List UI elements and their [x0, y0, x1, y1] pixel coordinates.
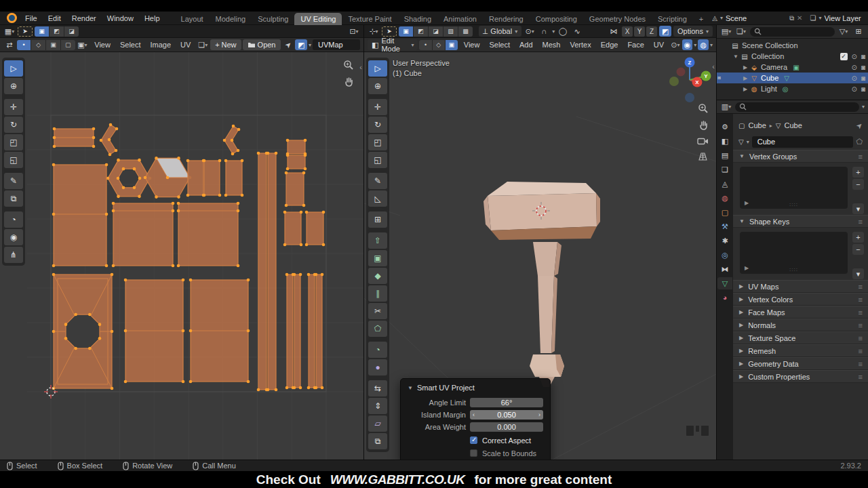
close-icon[interactable]: ✕: [797, 14, 802, 22]
pan-hand-icon[interactable]: [698, 120, 709, 131]
properties-tab-material[interactable]: ◕: [717, 291, 732, 304]
uv-island[interactable]: [305, 211, 326, 247]
gizmo-axis-neg-y[interactable]: [669, 77, 679, 86]
uv-island[interactable]: [52, 163, 108, 268]
move-tool[interactable]: ✛: [4, 99, 23, 115]
chevron-down-icon[interactable]: ▾: [747, 139, 749, 145]
expand-arrow-icon[interactable]: ▶: [741, 86, 749, 92]
panel-header-face-maps[interactable]: ▶Face Maps≡: [733, 306, 868, 319]
uv-island[interactable]: [144, 157, 192, 199]
select-mode-3[interactable]: ▨: [443, 26, 458, 37]
uv-select-mode-3[interactable]: ▢: [61, 40, 75, 50]
falloff-icon[interactable]: ∿: [571, 26, 583, 37]
uv-sticky-mode-icon[interactable]: ▣▾: [77, 39, 89, 50]
uv-map-field[interactable]: UVMap: [313, 39, 360, 50]
tab-modeling[interactable]: Modeling: [210, 13, 252, 25]
active-tool-icon[interactable]: ➤: [382, 26, 397, 37]
uv-sync-select-icon[interactable]: ⇄: [3, 39, 16, 50]
hammer-model[interactable]: [484, 182, 600, 387]
hide-eye-icon[interactable]: ⊙: [852, 75, 857, 82]
hide-eye-icon[interactable]: ⊙: [852, 85, 857, 93]
hide-eye-icon[interactable]: ⊙: [852, 53, 857, 60]
pin-icon[interactable]: ➤: [279, 37, 296, 53]
viewport-canvas[interactable]: ZXY User Perspective (1) Cube ▷⊕✛↻◰◱✎◺⊞⇧…: [364, 52, 716, 460]
menu-file[interactable]: File: [20, 14, 43, 22]
expand-arrow-icon[interactable]: ▶: [741, 75, 749, 81]
collapse-triangle-icon[interactable]: ▼: [408, 385, 413, 391]
mirror-y-toggle[interactable]: Y: [634, 26, 645, 37]
snap-magnet-icon[interactable]: ∩: [538, 26, 550, 37]
viewport-menu-face[interactable]: Face: [623, 41, 648, 49]
knife-tool[interactable]: ✂: [368, 303, 387, 319]
transform-tool[interactable]: ◱: [368, 152, 387, 168]
increment-arrow-icon[interactable]: ›: [538, 410, 540, 420]
properties-tab-view-layer[interactable]: ❏: [717, 163, 732, 176]
uv-select-mode-0[interactable]: •: [17, 40, 31, 50]
decrement-arrow-icon[interactable]: ‹: [473, 410, 475, 420]
snapping-dropdown-icon[interactable]: ▾: [552, 28, 555, 35]
viewport-menu-uv[interactable]: UV: [649, 41, 669, 49]
scale-tool[interactable]: ◰: [4, 134, 23, 150]
chevron-down-icon[interactable]: ▾: [862, 104, 865, 110]
shear-tool[interactable]: ▱: [368, 415, 387, 432]
mode-dropdown[interactable]: ◧ Edit Mode ▾: [368, 39, 418, 50]
tab-rendering[interactable]: Rendering: [483, 13, 530, 25]
uv-island[interactable]: [307, 273, 317, 390]
panel-grip-icon[interactable]: ≡: [859, 321, 862, 329]
move-tool[interactable]: ✛: [368, 99, 387, 115]
angle-limit-field[interactable]: 66°: [470, 398, 543, 407]
tweak-tool[interactable]: ▷: [368, 60, 387, 77]
uv-canvas[interactable]: ▷⊕✛↻◰◱✎⧉◔◉⋔ ‹: [0, 52, 363, 460]
extrude-region-tool[interactable]: ⇧: [368, 232, 387, 249]
correct-aspect-checkbox[interactable]: [470, 436, 477, 444]
camera-view-icon[interactable]: [697, 137, 709, 146]
pin-icon[interactable]: ➤: [854, 120, 865, 131]
exclude-checkbox[interactable]: ✓: [840, 53, 848, 60]
add-item-button[interactable]: +: [852, 232, 864, 243]
sidebar-collapse-icon[interactable]: ‹: [712, 62, 715, 70]
properties-tab-world[interactable]: ◍: [717, 192, 732, 204]
datablock-name-field[interactable]: Cube: [752, 136, 854, 148]
uv-island[interactable]: [224, 159, 244, 197]
relax-tool[interactable]: ◉: [4, 229, 23, 245]
view-layer-selector[interactable]: ❏▾ View Layer ⧉ ✕: [808, 14, 868, 22]
specials-menu-button[interactable]: ▾: [852, 268, 864, 279]
outliner-type-icon[interactable]: ▤▾: [720, 26, 732, 37]
uv-island[interactable]: [223, 125, 241, 156]
new-collection-icon[interactable]: ⊞: [852, 26, 865, 37]
measure-tool[interactable]: ◺: [368, 190, 387, 207]
options-dropdown[interactable]: Options ▾: [673, 26, 713, 37]
uv-island[interactable]: [177, 202, 240, 268]
viewport-editor-type-icon[interactable]: ⊹▾: [368, 26, 380, 37]
tab-shading[interactable]: Shading: [398, 13, 437, 25]
properties-tab-physics[interactable]: ◎: [717, 249, 732, 261]
panel-grip-icon[interactable]: ≡: [859, 373, 862, 381]
viewport-menu-edge[interactable]: Edge: [596, 41, 623, 49]
panel-grip-icon[interactable]: ≡: [859, 218, 862, 226]
open-image-button[interactable]: Open: [243, 39, 281, 50]
uv-gizmo-toggle-icon[interactable]: ⊡▾: [348, 26, 360, 37]
disable-render-icon[interactable]: ◙: [861, 53, 865, 60]
select-mode-0[interactable]: ▣: [399, 26, 413, 37]
outliner-row-collection[interactable]: ▼▤Collection✓⊙◙: [717, 51, 868, 62]
island-margin-field[interactable]: ‹ 0.050 ›: [470, 410, 543, 420]
resize-grip-icon[interactable]: ::::: [789, 201, 798, 207]
remove-item-button[interactable]: −: [852, 244, 864, 255]
scale-to-bounds-checkbox[interactable]: [470, 449, 477, 457]
smooth-tool[interactable]: ●: [368, 359, 387, 375]
view-layer-name[interactable]: View Layer: [824, 14, 868, 22]
new-image-button[interactable]: + New: [210, 39, 241, 50]
shading-mode-icon[interactable]: ◍: [698, 39, 709, 50]
properties-tab-particles[interactable]: ✱: [717, 235, 732, 247]
uv-menu-image[interactable]: Image: [146, 41, 176, 49]
smart-uv-project-panel[interactable]: ▼ Smart UV Project Angle Limit 66° Islan…: [400, 378, 551, 460]
tab-uv-editing[interactable]: UV Editing: [294, 13, 342, 25]
outliner-row-cube[interactable]: ⧈▶▽Cube▽⊙◙: [717, 73, 868, 83]
viewport-menu-add[interactable]: Add: [515, 41, 538, 49]
uv-editor-type-icon[interactable]: ▦▾: [3, 26, 16, 37]
disable-render-icon[interactable]: ◙: [861, 85, 865, 93]
uv-menu-select[interactable]: Select: [115, 41, 146, 49]
rip-region-tool[interactable]: ⧉: [368, 433, 387, 449]
remove-item-button[interactable]: −: [852, 179, 864, 190]
add-item-button[interactable]: +: [852, 167, 864, 178]
